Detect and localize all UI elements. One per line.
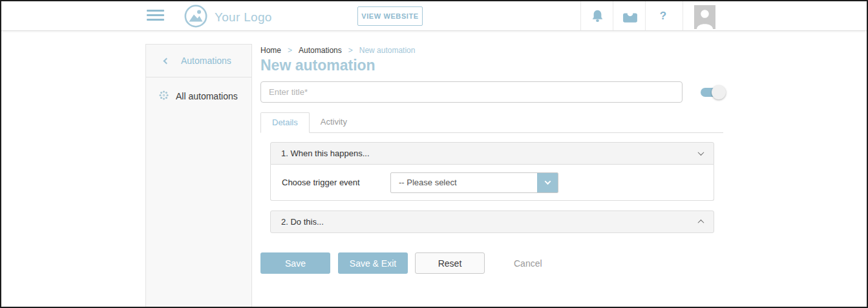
- chevron-left-icon: [164, 57, 170, 64]
- notifications-bell-icon[interactable]: [588, 7, 606, 25]
- breadcrumb-separator: >: [348, 46, 353, 55]
- breadcrumb-current: New automation: [359, 46, 416, 55]
- chevron-up-icon: [698, 220, 704, 226]
- logo-text: Your Logo: [215, 10, 272, 25]
- automation-icon: [158, 89, 170, 103]
- logo[interactable]: Your Logo: [184, 4, 272, 31]
- sidebar: Automations All automations: [145, 44, 252, 307]
- main-content: Home > Automations > New automation New …: [260, 31, 723, 274]
- title-input[interactable]: [260, 81, 683, 103]
- section-when-this-happens[interactable]: 1. When this happens...: [270, 142, 714, 165]
- view-website-button[interactable]: VIEW WEBSITE: [357, 6, 423, 26]
- hamburger-menu-icon[interactable]: [147, 10, 164, 23]
- section-title: 2. Do this...: [281, 217, 324, 227]
- save-button[interactable]: Save: [260, 252, 330, 274]
- logo-image-icon: [184, 4, 208, 31]
- select-value: -- Please select: [391, 173, 537, 192]
- header-divider: [683, 1, 683, 30]
- sidebar-item-all-automations[interactable]: All automations: [146, 85, 251, 108]
- top-header: Your Logo VIEW WEBSITE ?: [1, 1, 867, 31]
- app-window: Your Logo VIEW WEBSITE ?: [0, 0, 868, 308]
- reset-button[interactable]: Reset: [415, 252, 485, 274]
- trigger-event-select[interactable]: -- Please select: [390, 172, 558, 193]
- chevron-down-icon: [544, 178, 551, 185]
- header-divider: [613, 1, 613, 30]
- save-and-exit-button[interactable]: Save & Exit: [338, 252, 408, 274]
- tab-content: 1. When this happens... Choose trigger e…: [260, 133, 723, 233]
- sidebar-title: Automations: [181, 56, 231, 66]
- tab-details[interactable]: Details: [260, 112, 310, 133]
- trigger-panel: Choose trigger event -- Please select: [270, 165, 714, 201]
- breadcrumb-automations[interactable]: Automations: [299, 46, 342, 55]
- chevron-down-icon: [698, 149, 704, 156]
- cancel-link[interactable]: Cancel: [514, 258, 542, 269]
- page-title: New automation: [260, 57, 723, 74]
- user-avatar[interactable]: [694, 5, 715, 29]
- toggle-knob: [712, 85, 726, 99]
- breadcrumb: Home > Automations > New automation: [260, 46, 723, 55]
- active-toggle[interactable]: [701, 85, 723, 99]
- title-row: [260, 81, 723, 103]
- tab-activity[interactable]: Activity: [310, 112, 358, 132]
- inbox-icon[interactable]: [621, 8, 639, 26]
- form-actions: Save Save & Exit Reset Cancel: [260, 252, 723, 274]
- tab-bar: Details Activity: [260, 112, 723, 133]
- header-divider: [580, 1, 581, 30]
- select-dropdown-button[interactable]: [537, 173, 558, 192]
- trigger-label: Choose trigger event: [282, 178, 390, 187]
- breadcrumb-home[interactable]: Home: [260, 46, 281, 55]
- sidebar-item-label: All automations: [176, 91, 238, 101]
- section-title: 1. When this happens...: [281, 149, 370, 158]
- sidebar-back-automations[interactable]: Automations: [146, 45, 251, 77]
- header-divider: [645, 1, 646, 30]
- section-do-this[interactable]: 2. Do this...: [270, 210, 714, 233]
- breadcrumb-separator: >: [288, 46, 292, 55]
- help-icon[interactable]: ?: [654, 7, 672, 25]
